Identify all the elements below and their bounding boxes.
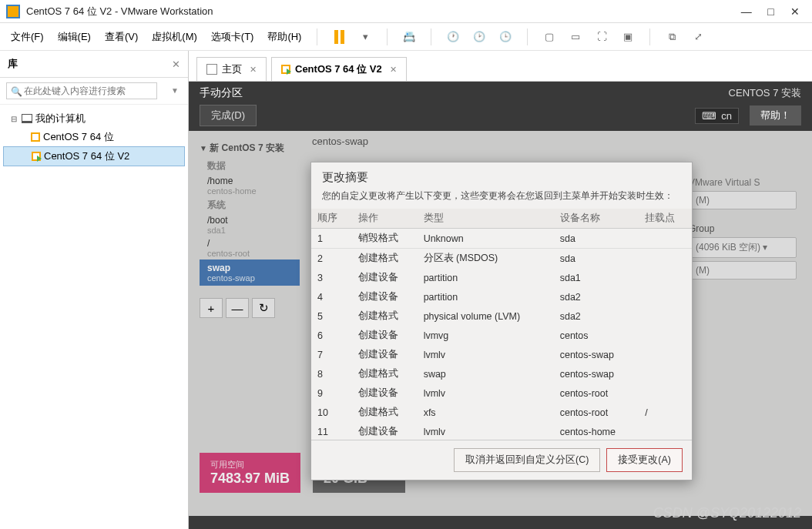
window-titlebar: CentOS 7 64 位 V2 - VMware Workstation — …: [0, 0, 812, 23]
table-row[interactable]: 1销毁格式Unknownsda: [311, 229, 692, 249]
partition-root[interactable]: / centos-root: [200, 236, 300, 259]
modify-button-2[interactable]: (M): [689, 261, 797, 280]
computer-icon: [22, 114, 32, 123]
library-search-input[interactable]: [6, 82, 157, 99]
library-close-icon[interactable]: ✕: [172, 59, 180, 70]
device-label: VMware Virtual S: [689, 177, 797, 188]
menu-vm[interactable]: 虚拟机(M): [149, 27, 200, 47]
accept-button[interactable]: 接受更改(A): [606, 448, 683, 472]
vm-running-icon: [281, 65, 290, 74]
available-space-box: 可用空间 7483.97 MiB: [200, 453, 300, 493]
collapse-icon[interactable]: ⊟: [11, 115, 18, 123]
cancel-button[interactable]: 取消并返回到自定义分区(C): [454, 448, 600, 472]
table-row[interactable]: 2创建格式分区表 (MSDOS)sda: [311, 249, 692, 269]
add-partition-button[interactable]: +: [200, 298, 223, 318]
tree-root[interactable]: ⊟ 我的计算机: [3, 109, 185, 128]
help-button[interactable]: 帮助！: [750, 105, 801, 126]
app-icon: [6, 5, 20, 18]
window-title: CentOS 7 64 位 V2 - VMware Workstation: [26, 5, 736, 18]
view-single-icon[interactable]: ▢: [540, 28, 559, 46]
search-icon: 🔍: [11, 86, 22, 97]
summary-dialog: 更改摘要 您的自定义更改将产生以下变更，这些变更将会在您返回到主菜单并开始安装时…: [310, 162, 693, 480]
table-row[interactable]: 6创建设备lvmvgcentos: [311, 326, 692, 345]
centos-swap-label: centos-swap: [312, 136, 368, 147]
clock-icon[interactable]: 🕐: [444, 28, 462, 46]
close-icon[interactable]: ✕: [390, 65, 397, 75]
changes-table: 顺序 操作 类型 设备名称 挂载点 1销毁格式Unknownsda2创建格式分区…: [311, 209, 692, 440]
tree-vm-1[interactable]: CentOS 7 64 位: [3, 128, 185, 146]
tab-bar: 主页 ✕ CentOS 7 64 位 V2 ✕: [189, 51, 812, 82]
view-unity-icon[interactable]: ⛶: [592, 28, 611, 46]
view-split-icon[interactable]: ▭: [566, 28, 585, 46]
table-row[interactable]: 7创建设备lvmlvcentos-swap: [311, 345, 692, 364]
fullscreen-icon[interactable]: ⤢: [689, 28, 707, 46]
screenshot-icon[interactable]: 📇: [400, 28, 418, 46]
vm-icon: [31, 132, 40, 142]
modify-button[interactable]: (M): [689, 191, 797, 209]
tab-home[interactable]: 主页 ✕: [196, 57, 267, 81]
tree-vm-2[interactable]: CentOS 7 64 位 V2: [3, 146, 185, 166]
table-row[interactable]: 4创建设备partitionsda2: [311, 287, 692, 306]
menubar: 文件(F) 编辑(E) 查看(V) 虚拟机(M) 选项卡(T) 帮助(H) ▾ …: [0, 23, 812, 51]
installer-title: 手动分区: [200, 86, 243, 100]
partition-boot[interactable]: /boot sda1: [200, 213, 300, 236]
menu-file[interactable]: 文件(F): [8, 27, 47, 47]
console-icon[interactable]: ⧉: [663, 28, 681, 46]
menu-edit[interactable]: 编辑(E): [55, 27, 94, 47]
snapshot-manage-icon[interactable]: 🕒: [496, 28, 515, 46]
table-row[interactable]: 10创建格式xfscentos-root/: [311, 403, 692, 422]
table-row[interactable]: 3创建设备partitionsda1: [311, 268, 692, 287]
menu-help[interactable]: 帮助(H): [264, 27, 304, 47]
maximize-button[interactable]: □: [760, 5, 781, 18]
vm-running-icon: [32, 152, 41, 161]
installer-brand: CENTOS 7 安装: [729, 86, 801, 100]
table-row[interactable]: 9创建设备lvmlvcentos-root: [311, 383, 692, 403]
keyboard-indicator[interactable]: ⌨ cn: [695, 108, 739, 124]
snapshot-icon[interactable]: 🕑: [470, 28, 488, 46]
partition-home[interactable]: /home centos-home: [200, 174, 300, 197]
dialog-title: 更改摘要: [311, 162, 692, 188]
pause-icon[interactable]: [330, 28, 348, 46]
partition-swap[interactable]: swap centos-swap: [200, 259, 300, 286]
group-dropdown[interactable]: (4096 KiB 空闲) ▾: [689, 237, 797, 258]
library-title: 库: [8, 57, 172, 71]
done-button[interactable]: 完成(D): [200, 105, 257, 126]
close-icon[interactable]: ✕: [250, 65, 257, 75]
menu-tabs[interactable]: 选项卡(T): [208, 27, 257, 47]
table-row[interactable]: 8创建格式swapcentos-swap: [311, 364, 692, 383]
search-dropdown-icon[interactable]: ▼: [171, 86, 179, 95]
home-icon: [206, 64, 217, 75]
reload-partition-button[interactable]: ↻: [252, 298, 275, 318]
close-button[interactable]: ✕: [784, 5, 806, 18]
dialog-description: 您的自定义更改将产生以下变更，这些变更将会在您返回到主菜单并开始安装时生效：: [311, 188, 692, 209]
table-row[interactable]: 11创建设备lvmlvcentos-home: [311, 422, 692, 440]
minimize-button[interactable]: —: [736, 5, 757, 18]
table-row[interactable]: 5创建格式physical volume (LVM)sda2: [311, 306, 692, 326]
view-thumbnail-icon[interactable]: ▣: [619, 28, 637, 46]
dropdown-icon[interactable]: ▾: [356, 28, 374, 46]
group-label: Group: [689, 223, 797, 234]
tab-vm[interactable]: CentOS 7 64 位 V2 ✕: [271, 57, 407, 81]
menu-view[interactable]: 查看(V): [102, 27, 141, 47]
partition-tree: ▼ 新 CentOS 7 安装 数据 /home centos-home 系统 …: [200, 139, 300, 318]
library-sidebar: 库 ✕ 🔍 ▼ ⊟ 我的计算机 CentOS 7 64 位 CentOS 7 6: [0, 51, 189, 529]
remove-partition-button[interactable]: —: [226, 298, 249, 318]
